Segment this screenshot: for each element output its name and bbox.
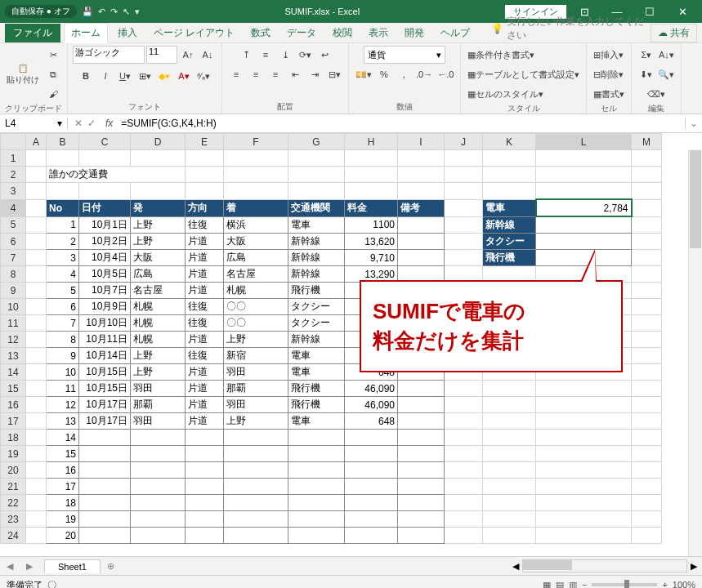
cell[interactable] — [536, 430, 632, 446]
cell[interactable] — [224, 479, 288, 495]
cell[interactable]: 片道 — [186, 413, 224, 430]
cell[interactable]: 飛行機 — [483, 250, 536, 266]
cell[interactable] — [131, 479, 186, 495]
cell[interactable] — [26, 413, 47, 430]
hscroll-right-icon[interactable]: ▶ — [691, 561, 697, 572]
cell[interactable]: タクシー — [288, 299, 345, 315]
cell[interactable] — [632, 364, 662, 381]
cell[interactable]: 新宿 — [224, 348, 288, 364]
cell[interactable] — [483, 413, 536, 430]
cell[interactable]: 新幹線 — [288, 332, 345, 348]
cell[interactable] — [536, 446, 632, 462]
cell[interactable] — [186, 167, 224, 183]
cell[interactable] — [632, 234, 662, 250]
cell[interactable] — [47, 183, 79, 200]
cell[interactable] — [632, 250, 662, 266]
row-header[interactable]: 3 — [1, 183, 26, 200]
cell[interactable]: 2 — [47, 234, 79, 250]
cell[interactable] — [632, 167, 662, 183]
cell[interactable] — [632, 283, 662, 299]
zoom-in-icon[interactable]: + — [662, 580, 667, 588]
cell[interactable] — [26, 528, 47, 544]
cell[interactable] — [345, 511, 398, 528]
cell[interactable] — [536, 413, 632, 430]
cut-icon[interactable]: ✂ — [44, 46, 62, 64]
tab-view[interactable]: 表示 — [362, 24, 395, 42]
cell[interactable]: 1 — [47, 216, 79, 234]
cell[interactable]: 名古屋 — [224, 266, 288, 283]
cell[interactable] — [224, 528, 288, 544]
row-header[interactable]: 24 — [1, 528, 26, 544]
cell[interactable]: 10月9日 — [79, 299, 131, 315]
decrease-font-icon[interactable]: A↓ — [199, 46, 217, 64]
col-header[interactable]: C — [79, 134, 131, 150]
cell[interactable] — [345, 528, 398, 544]
conditional-format-button[interactable]: ▦ 条件付き書式 ▾ — [466, 46, 536, 64]
cell[interactable] — [536, 528, 632, 544]
cell[interactable] — [483, 495, 536, 511]
tell-me-input[interactable]: 💡 実行したい作業を入力してください — [480, 15, 646, 42]
cell[interactable] — [632, 315, 662, 332]
row-header[interactable]: 21 — [1, 479, 26, 495]
col-header[interactable]: D — [131, 134, 186, 150]
cell[interactable] — [26, 430, 47, 446]
cell[interactable] — [632, 348, 662, 364]
cell[interactable] — [398, 167, 445, 183]
number-format-select[interactable]: 通貨▾ — [364, 46, 445, 64]
cell[interactable] — [445, 397, 483, 413]
tab-review[interactable]: 校閲 — [326, 24, 359, 42]
cell[interactable] — [131, 462, 186, 479]
row-header[interactable]: 8 — [1, 266, 26, 283]
cell[interactable] — [536, 511, 632, 528]
cell[interactable] — [26, 348, 47, 364]
cell[interactable]: 札幌 — [224, 283, 288, 299]
cell[interactable] — [224, 430, 288, 446]
col-header[interactable]: G — [288, 134, 345, 150]
cell[interactable]: 上野 — [224, 332, 288, 348]
cell[interactable]: 7 — [47, 315, 79, 332]
row-header[interactable]: 14 — [1, 364, 26, 381]
cell[interactable]: 1100 — [345, 216, 398, 234]
row-header[interactable]: 6 — [1, 234, 26, 250]
cell[interactable]: 12 — [47, 397, 79, 413]
cell[interactable]: 電車 — [288, 348, 345, 364]
page-layout-view-icon[interactable]: ▤ — [556, 580, 564, 589]
cell[interactable] — [79, 150, 131, 167]
cell[interactable]: No — [47, 199, 79, 216]
cell[interactable] — [632, 150, 662, 167]
cell[interactable] — [224, 511, 288, 528]
cell[interactable]: 日付 — [79, 199, 131, 216]
cell[interactable]: 上野 — [224, 413, 288, 430]
cell[interactable] — [632, 183, 662, 200]
cell[interactable] — [79, 495, 131, 511]
align-top-icon[interactable]: ⤒ — [237, 46, 255, 64]
cell[interactable] — [345, 446, 398, 462]
cell[interactable]: 11 — [47, 381, 79, 397]
align-bottom-icon[interactable]: ⤓ — [276, 46, 294, 64]
cell[interactable]: 飛行機 — [288, 381, 345, 397]
cell[interactable] — [398, 479, 445, 495]
cell[interactable]: 大阪 — [131, 250, 186, 266]
cell[interactable] — [186, 479, 224, 495]
cell[interactable] — [398, 495, 445, 511]
cell[interactable]: 往復 — [186, 348, 224, 364]
cell[interactable]: 電車 — [288, 413, 345, 430]
cell[interactable]: 片道 — [186, 332, 224, 348]
cell[interactable] — [224, 462, 288, 479]
cell[interactable] — [632, 495, 662, 511]
cell[interactable] — [536, 167, 632, 183]
cell[interactable] — [288, 495, 345, 511]
cell[interactable]: 新幹線 — [288, 234, 345, 250]
cell[interactable] — [288, 183, 345, 200]
cell[interactable] — [186, 150, 224, 167]
row-header[interactable]: 2 — [1, 167, 26, 183]
cell[interactable] — [536, 183, 632, 200]
cell[interactable] — [288, 167, 345, 183]
cell[interactable] — [398, 250, 445, 266]
cell[interactable]: 備考 — [398, 199, 445, 216]
cell[interactable] — [79, 430, 131, 446]
sheet-nav-next-icon[interactable]: ▶ — [20, 561, 39, 572]
currency-icon[interactable]: 💴▾ — [354, 65, 373, 83]
paste-button[interactable]: 📋貼り付け — [5, 51, 41, 98]
col-header[interactable]: F — [224, 134, 288, 150]
